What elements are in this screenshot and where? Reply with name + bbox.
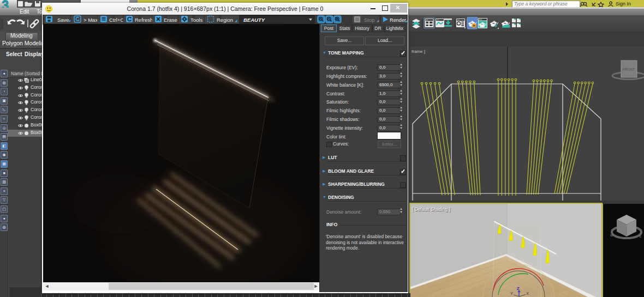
svg-text:Region: Region <box>217 17 233 23</box>
svg-text:Y: Y <box>510 291 513 296</box>
svg-text:BEAUTY: BEAUTY <box>243 17 266 23</box>
svg-text:Stop: Stop <box>364 17 375 23</box>
svg-text:Erase: Erase <box>164 17 177 23</box>
svg-text:W: W <box>610 234 613 237</box>
svg-text:Refresh: Refresh <box>135 17 153 23</box>
svg-text:S: S <box>639 235 641 238</box>
svg-text:X: X <box>526 291 529 296</box>
svg-text:Render: Render <box>390 17 406 23</box>
svg-text:Z: Z <box>517 286 520 291</box>
svg-text:FRONT: FRONT <box>623 68 635 71</box>
svg-text:frame ]: frame ] <box>412 49 425 54</box>
svg-text:> Max: > Max <box>84 17 98 23</box>
svg-text:Ctrl+C: Ctrl+C <box>109 17 124 23</box>
svg-text:Tools: Tools <box>190 17 202 23</box>
svg-text:[ Default Shading ]: [ Default Shading ] <box>412 207 450 212</box>
svg-text:Save: Save <box>57 17 69 23</box>
